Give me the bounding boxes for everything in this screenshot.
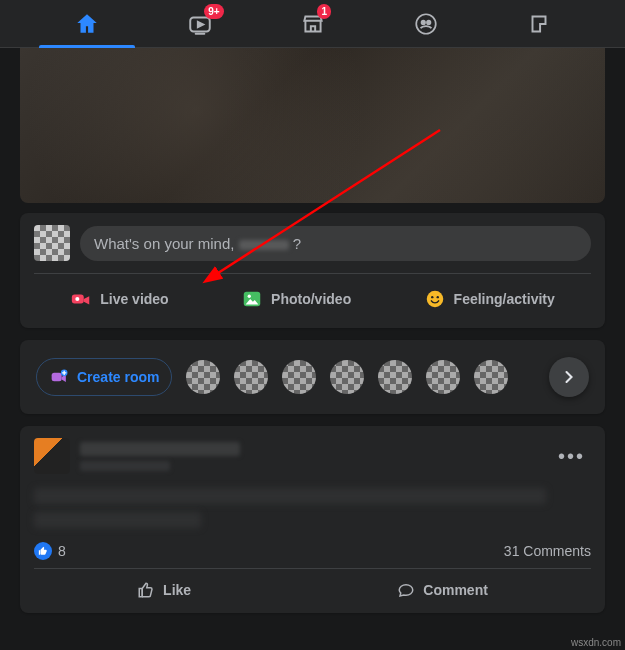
- like-label: Like: [163, 582, 191, 598]
- rooms-scroll-right[interactable]: [549, 357, 589, 397]
- live-video-icon: [70, 288, 92, 310]
- post-timestamp: [80, 461, 170, 471]
- post-body: [34, 488, 591, 528]
- feeling-label: Feeling/activity: [454, 291, 555, 307]
- post-header: •••: [34, 438, 591, 474]
- comment-label: Comment: [423, 582, 488, 598]
- live-video-label: Live video: [100, 291, 168, 307]
- svg-point-9: [431, 296, 433, 298]
- post-menu-button[interactable]: •••: [552, 441, 591, 472]
- nav-groups[interactable]: [378, 0, 474, 48]
- room-contact[interactable]: [282, 360, 316, 394]
- compose-placeholder-suffix: ?: [289, 235, 302, 252]
- compose-input[interactable]: What's on your mind, ?: [80, 226, 591, 261]
- watermark: wsxdn.com: [571, 637, 621, 648]
- composer-actions: Live video Photo/video Feeling/activity: [34, 274, 591, 316]
- room-contact[interactable]: [474, 360, 508, 394]
- like-icon: [137, 581, 155, 599]
- post-author-name[interactable]: [80, 442, 240, 456]
- photo-video-button[interactable]: Photo/video: [231, 282, 361, 316]
- svg-point-3: [426, 20, 429, 23]
- comment-button[interactable]: Comment: [377, 573, 508, 607]
- svg-rect-11: [52, 373, 62, 381]
- post-card: ••• 8 31 Comments Like Comment: [20, 426, 605, 613]
- create-room-label: Create room: [77, 369, 159, 385]
- create-room-button[interactable]: Create room: [36, 358, 172, 396]
- chevron-right-icon: [559, 367, 579, 387]
- feeling-button[interactable]: Feeling/activity: [414, 282, 565, 316]
- photo-video-icon: [241, 288, 263, 310]
- svg-point-10: [436, 296, 438, 298]
- watch-badge: 9+: [204, 4, 223, 19]
- like-reaction-icon: [34, 542, 52, 560]
- like-button[interactable]: Like: [117, 573, 211, 607]
- svg-point-1: [416, 14, 436, 34]
- like-count[interactable]: 8: [34, 542, 66, 560]
- svg-point-7: [248, 295, 251, 298]
- live-video-button[interactable]: Live video: [60, 282, 178, 316]
- avatar[interactable]: [34, 225, 70, 261]
- nav-marketplace[interactable]: 1: [265, 0, 361, 48]
- room-contact[interactable]: [234, 360, 268, 394]
- nav-gaming[interactable]: [491, 0, 587, 48]
- room-contact[interactable]: [426, 360, 460, 394]
- room-contact[interactable]: [378, 360, 412, 394]
- post-text-line: [34, 488, 546, 504]
- nav-home[interactable]: [39, 0, 135, 48]
- composer-top: What's on your mind, ?: [34, 225, 591, 274]
- post-actions: Like Comment: [34, 569, 591, 607]
- comments-count[interactable]: 31 Comments: [504, 543, 591, 559]
- top-navigation: 9+ 1: [0, 0, 625, 48]
- comment-icon: [397, 581, 415, 599]
- groups-icon: [413, 11, 439, 37]
- feeling-icon: [424, 288, 446, 310]
- post-stats: 8 31 Comments: [34, 536, 591, 569]
- post-text-line: [34, 512, 201, 528]
- post-author-avatar[interactable]: [34, 438, 70, 474]
- post-author-meta: [80, 442, 542, 471]
- svg-point-2: [421, 20, 424, 23]
- create-room-icon: [49, 366, 71, 388]
- redacted-name: [239, 240, 289, 250]
- room-contact[interactable]: [186, 360, 220, 394]
- marketplace-badge: 1: [317, 4, 331, 19]
- compose-placeholder-prefix: What's on your mind,: [94, 235, 239, 252]
- home-icon: [74, 11, 100, 37]
- svg-point-5: [76, 297, 80, 301]
- rooms-row: Create room: [34, 352, 591, 402]
- nav-watch[interactable]: 9+: [152, 0, 248, 48]
- photo-video-label: Photo/video: [271, 291, 351, 307]
- cover-image: [20, 48, 605, 203]
- svg-point-8: [426, 291, 443, 308]
- room-contact[interactable]: [330, 360, 364, 394]
- gaming-icon: [526, 11, 552, 37]
- like-count-value: 8: [58, 543, 66, 559]
- rooms-card: Create room: [20, 340, 605, 414]
- composer-card: What's on your mind, ? Live video Photo/…: [20, 213, 605, 328]
